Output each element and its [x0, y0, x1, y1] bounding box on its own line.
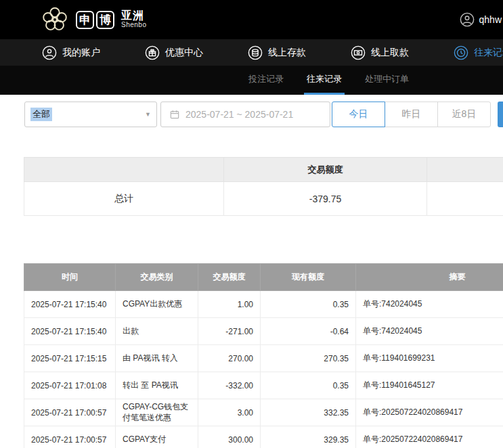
- summary-header-row: 交易额度: [24, 158, 503, 182]
- type-cell: 出款: [116, 318, 198, 345]
- balance-cell: 329.35: [261, 426, 356, 448]
- balance-cell: -0.64: [261, 318, 356, 345]
- nav-label: 我的账户: [62, 47, 100, 59]
- summary-table: 交易额度 总计 -379.75: [24, 157, 503, 216]
- logo: 申 博 亚洲 Shenbo: [39, 4, 146, 35]
- records-row: 2025-07-21 17:15:40CGPAY出款优惠1.000.35单号:7…: [24, 291, 503, 318]
- summary-cell: 单号:742024045: [356, 318, 503, 345]
- today-button[interactable]: 今日: [332, 102, 385, 127]
- logo-flower-icon: [39, 4, 70, 35]
- nav-item-deposit[interactable]: 线上存款: [248, 45, 306, 60]
- page: 申 博 亚洲 Shenbo qhhw 我的账户 优惠中心: [0, 0, 503, 448]
- balance-cell: 0.35: [261, 291, 356, 318]
- nav-label: 优惠中心: [165, 47, 203, 59]
- summary-total-empty: [427, 182, 503, 216]
- summary-cell: 单号:119401645127: [356, 372, 503, 399]
- quick-date-buttons: 今日 昨日 近8日: [332, 102, 491, 127]
- records-column-header: 时间: [24, 264, 116, 291]
- records-table: 时间交易类别交易额度现有额度摘要 2025-07-21 17:15:40CGPA…: [24, 263, 503, 448]
- user-avatar-icon: [460, 12, 475, 27]
- last-8-days-button[interactable]: 近8日: [437, 102, 491, 127]
- records-row: 2025-07-21 17:01:08转出 至 PA视讯-332.000.35单…: [24, 372, 503, 399]
- records-row: 2025-07-21 17:00:57CGPAY支付300.00329.35单号…: [24, 426, 503, 448]
- summary-header-empty: [427, 158, 503, 182]
- yesterday-button[interactable]: 昨日: [385, 102, 438, 127]
- withdraw-icon: [351, 45, 366, 60]
- type-cell: CGPAY出款优惠: [116, 291, 198, 318]
- nav-label: 线上取款: [371, 47, 409, 59]
- top-header: 申 博 亚洲 Shenbo qhhw: [0, 0, 503, 39]
- logo-wordmark: 申 博: [76, 11, 114, 29]
- summary-cell: 单号:202507224020869417: [356, 399, 503, 426]
- summary-cell: 单号:119401699231: [356, 345, 503, 372]
- category-select[interactable]: 全部 ▼: [24, 102, 157, 127]
- username-text: qhhw: [479, 14, 502, 25]
- filter-bar: 全部 ▼ 2025-07-21 ~ 2025-07-21 今日 昨日 近8日: [24, 101, 503, 128]
- calendar-icon: [169, 109, 180, 120]
- logo-region: 亚洲: [121, 10, 146, 22]
- date-range-input[interactable]: 2025-07-21 ~ 2025-07-21: [160, 102, 330, 127]
- type-cell: 转出 至 PA视讯: [116, 372, 198, 399]
- summary-header-empty: [24, 158, 224, 182]
- amount-cell: 3.00: [198, 399, 261, 426]
- nav-item-promotions[interactable]: 优惠中心: [145, 45, 203, 60]
- amount-cell: 300.00: [198, 426, 261, 448]
- category-selected-value: 全部: [30, 108, 52, 121]
- promo-icon: [145, 45, 160, 60]
- time-cell: 2025-07-21 17:00:57: [24, 399, 116, 426]
- time-cell: 2025-07-21 17:15:40: [24, 318, 116, 345]
- logo-char-1: 申: [76, 11, 94, 29]
- time-cell: 2025-07-21 17:15:15: [24, 345, 116, 372]
- records-row: 2025-07-21 17:15:40出款-271.00-0.64单号:7420…: [24, 318, 503, 345]
- nav-item-withdraw[interactable]: 线上取款: [351, 45, 409, 60]
- date-range-value: 2025-07-21 ~ 2025-07-21: [185, 109, 293, 120]
- time-cell: 2025-07-21 17:00:57: [24, 426, 116, 448]
- summary-cell: 单号:202507224020869417: [356, 426, 503, 448]
- user-account[interactable]: qhhw: [460, 0, 503, 39]
- balance-cell: 0.35: [261, 372, 356, 399]
- type-cell: CGPAY支付: [116, 426, 198, 448]
- records-header-row: 时间交易类别交易额度现有额度摘要: [24, 264, 503, 291]
- records-icon: [454, 45, 468, 60]
- content-area: 全部 ▼ 2025-07-21 ~ 2025-07-21 今日 昨日 近8日: [0, 95, 503, 448]
- records-column-header: 交易额度: [198, 264, 261, 291]
- logo-brand-latin: Shenbo: [121, 22, 146, 29]
- records-column-header: 现有额度: [261, 264, 356, 291]
- amount-cell: -332.00: [198, 372, 261, 399]
- time-cell: 2025-07-21 17:15:40: [24, 291, 116, 318]
- type-cell: CGPAY-CG钱包支付笔笔送优惠: [116, 399, 198, 426]
- logo-subtitle: 亚洲 Shenbo: [121, 10, 146, 28]
- chevron-down-icon: ▼: [145, 111, 151, 118]
- amount-cell: 270.00: [198, 345, 261, 372]
- balance-cell: 270.35: [261, 345, 356, 372]
- summary-cell: 单号:742024045: [356, 291, 503, 318]
- time-cell: 2025-07-21 17:01:08: [24, 372, 116, 399]
- type-cell: 由 PA视讯 转入: [116, 345, 198, 372]
- search-button-partial[interactable]: [498, 102, 503, 127]
- deposit-icon: [248, 45, 263, 60]
- summary-total-value: -379.75: [224, 182, 427, 216]
- amount-cell: -271.00: [198, 318, 261, 345]
- records-row: 2025-07-21 17:15:15由 PA视讯 转入270.00270.35…: [24, 345, 503, 372]
- tab-processing-orders[interactable]: 处理中订单: [362, 66, 412, 95]
- records-column-header: 交易类别: [116, 264, 198, 291]
- amount-cell: 1.00: [198, 291, 261, 318]
- summary-header-amount: 交易额度: [224, 158, 427, 182]
- balance-cell: 332.35: [261, 399, 356, 426]
- summary-total-label: 总计: [24, 182, 224, 216]
- tab-transaction-records[interactable]: 往来记录: [304, 66, 345, 95]
- summary-total-row: 总计 -379.75: [24, 182, 503, 216]
- tab-bar: 投注记录 往来记录 处理中订单: [0, 66, 503, 95]
- logo-char-2: 博: [96, 11, 114, 29]
- nav-item-my-account[interactable]: 我的账户: [42, 45, 100, 60]
- tab-betting-records[interactable]: 投注记录: [246, 66, 286, 95]
- nav-label: 往来记录: [474, 47, 503, 59]
- records-column-header: 摘要: [356, 264, 503, 291]
- nav-item-records[interactable]: 往来记录: [454, 45, 503, 60]
- records-row: 2025-07-21 17:00:57CGPAY-CG钱包支付笔笔送优惠3.00…: [24, 399, 503, 426]
- main-nav: 我的账户 优惠中心 线上存款 线上取款 往来记录: [0, 39, 503, 66]
- account-icon: [42, 45, 57, 60]
- nav-label: 线上存款: [268, 47, 306, 59]
